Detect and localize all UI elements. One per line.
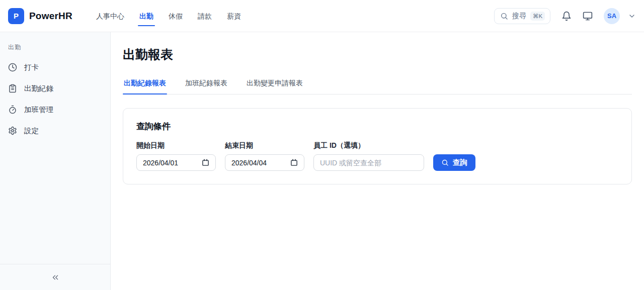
employee-id-field: 員工 ID（選填） — [313, 141, 424, 171]
user-avatar[interactable]: SA — [604, 8, 620, 24]
chevrons-left-icon — [51, 273, 60, 282]
sidebar-item-overtime[interactable]: 加班管理 — [0, 99, 110, 120]
query-form: 開始日期 2026/04/01 結束日期 2026/04/04 — [136, 141, 618, 171]
sidebar-section-label: 出勤 — [0, 32, 110, 57]
sidebar-nav: 打卡 出勤紀錄 加班管理 設定 — [0, 57, 110, 264]
brand-logo: P — [8, 8, 24, 24]
calendar-icon[interactable] — [290, 159, 298, 166]
nav-item-hr-center[interactable]: 人事中心 — [96, 8, 125, 24]
search-label: 搜尋 — [512, 12, 526, 21]
header-actions: 搜尋 ⌘K SA — [494, 8, 636, 24]
page-title: 出勤報表 — [123, 46, 632, 63]
app-header: P PowerHR 人事中心 出勤 休假 請款 薪資 搜尋 ⌘K SA — [0, 0, 644, 32]
top-navigation: 人事中心 出勤 休假 請款 薪資 — [96, 0, 242, 32]
tab-attendance-record-report[interactable]: 出勤紀錄報表 — [123, 78, 167, 94]
nav-item-leave[interactable]: 休假 — [168, 8, 183, 24]
end-date-field: 結束日期 2026/04/04 — [225, 141, 304, 171]
start-date-value: 2026/04/01 — [143, 159, 178, 167]
end-date-label: 結束日期 — [225, 141, 304, 150]
chevron-down-icon[interactable] — [628, 12, 636, 20]
employee-id-input[interactable] — [313, 154, 424, 171]
global-search-button[interactable]: 搜尋 ⌘K — [494, 8, 550, 24]
clipboard-icon — [8, 84, 17, 93]
tab-attendance-change-request-report[interactable]: 出勤變更申請報表 — [246, 78, 304, 94]
sidebar-item-label: 出勤紀錄 — [24, 84, 53, 93]
search-icon — [500, 12, 508, 20]
brand-name: PowerHR — [29, 11, 72, 22]
sidebar-item-attendance-records[interactable]: 出勤紀錄 — [0, 78, 110, 99]
brand[interactable]: P PowerHR — [8, 8, 72, 24]
query-button-label: 查詢 — [453, 158, 467, 167]
nav-item-attendance[interactable]: 出勤 — [139, 8, 154, 24]
sidebar: 出勤 打卡 出勤紀錄 加班管理 — [0, 32, 111, 290]
calendar-icon[interactable] — [202, 159, 209, 166]
query-conditions-card: 查詢條件 開始日期 2026/04/01 結束日期 2026/04/04 — [123, 108, 632, 184]
search-shortcut-badge: ⌘K — [530, 12, 545, 21]
query-button[interactable]: 查詢 — [433, 154, 475, 171]
nav-item-payroll[interactable]: 薪資 — [226, 8, 242, 24]
timer-icon — [8, 105, 17, 114]
employee-id-label: 員工 ID（選填） — [313, 141, 424, 150]
report-tabs: 出勤紀錄報表 加班紀錄報表 出勤變更申請報表 — [123, 78, 632, 94]
sidebar-item-label: 打卡 — [24, 63, 39, 72]
main-content: 出勤報表 出勤紀錄報表 加班紀錄報表 出勤變更申請報表 查詢條件 開始日期 20… — [111, 32, 644, 290]
card-title: 查詢條件 — [136, 121, 618, 132]
gear-icon — [8, 126, 17, 135]
sidebar-item-punch-clock[interactable]: 打卡 — [0, 57, 110, 78]
monitor-icon[interactable] — [583, 11, 593, 21]
nav-item-expense[interactable]: 請款 — [197, 8, 212, 24]
sidebar-item-label: 加班管理 — [24, 105, 53, 115]
sidebar-footer — [0, 264, 110, 290]
sidebar-collapse-button[interactable] — [48, 270, 63, 285]
tab-overtime-record-report[interactable]: 加班紀錄報表 — [184, 78, 228, 94]
sidebar-item-settings[interactable]: 設定 — [0, 120, 110, 141]
notifications-bell-icon[interactable] — [561, 11, 572, 21]
clock-icon — [8, 63, 17, 72]
end-date-input[interactable]: 2026/04/04 — [225, 154, 304, 171]
search-icon — [441, 159, 449, 166]
sidebar-item-label: 設定 — [24, 126, 39, 136]
start-date-input[interactable]: 2026/04/01 — [136, 154, 216, 171]
start-date-field: 開始日期 2026/04/01 — [136, 141, 216, 171]
start-date-label: 開始日期 — [136, 141, 216, 150]
end-date-value: 2026/04/04 — [231, 159, 267, 167]
